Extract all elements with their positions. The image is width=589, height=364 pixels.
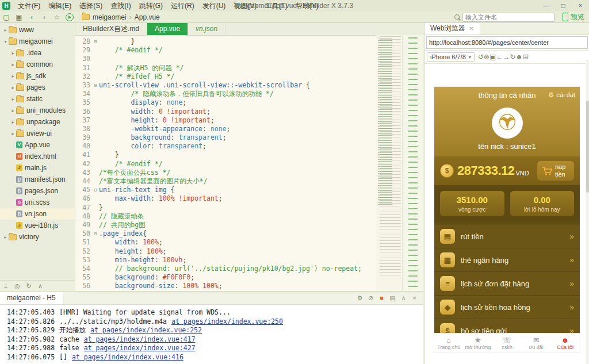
code-line[interactable]: 48 // 隐藏滚动条 [75,212,375,221]
line-number[interactable]: 33 [75,81,92,90]
editor-tab[interactable]: App.vue [147,22,188,35]
code-line[interactable]: 54 // background: url('../static/pujing/… [75,265,375,273]
code-line[interactable]: 56 background-size: 100% 100%; [75,282,375,290]
tree-arrow-icon[interactable] [10,108,16,113]
line-number[interactable]: 49 [75,221,92,229]
menu-item[interactable]: 文件(F) [14,1,44,11]
fold-icon[interactable] [92,133,99,142]
code-line[interactable]: 49 // 共用的bg图 [75,221,375,229]
fold-icon[interactable] [92,282,99,290]
eraser-icon[interactable] [484,53,489,61]
tree-item[interactable]: App.vue [0,139,75,151]
code-line[interactable]: 53 min-height: 100vh; [75,256,375,265]
forward-icon[interactable] [503,53,510,61]
menu-item[interactable]: 查找(I) [106,1,135,11]
line-number[interactable]: 36 [75,108,92,116]
export-icon[interactable] [387,294,398,302]
tree-item[interactable]: pages [0,82,75,93]
scrollbar-thumb[interactable] [586,101,589,193]
fold-icon[interactable] [92,125,99,133]
line-number[interactable]: 43 [75,168,92,177]
tree-arrow-icon[interactable] [10,131,16,136]
tree-arrow-icon[interactable] [10,51,16,56]
code-line[interactable]: 46 max-width: 100% !important; [75,194,375,203]
log-source-link[interactable]: at pages/index/index.vue:416 [72,353,183,361]
stat-box[interactable]: 3510.00 vòng cược [440,191,504,216]
settings-button[interactable]: ⚙ cài đặt [548,87,575,103]
maximize-icon[interactable]: □ [554,0,572,12]
line-number[interactable]: 32 [75,72,92,81]
line-number[interactable]: 53 [75,256,92,265]
gear-icon[interactable] [354,294,365,302]
avatar[interactable] [492,108,523,139]
tree-arrow-icon[interactable] [10,120,16,125]
save-icon[interactable]: ▣ [13,13,25,21]
close-icon[interactable]: × [572,0,589,12]
star-icon[interactable]: ☆ [51,13,63,21]
tree-item[interactable]: index.html [0,151,75,162]
fold-icon[interactable] [92,72,99,81]
stat-box[interactable]: 0.00 lời lỗ hôm nay [510,191,575,216]
tree-item[interactable]: common [0,59,75,70]
code-line[interactable]: 35 display: none; [75,98,375,107]
fold-icon[interactable] [92,98,99,107]
new-file-icon[interactable]: ▢ [0,13,13,21]
line-number[interactable]: 51 [75,238,92,247]
line-number[interactable]: 30 [75,55,92,63]
tree-arrow-icon[interactable] [2,39,9,44]
menu-item[interactable]: 发行(U) [198,1,230,11]
nav-item[interactable]: Trang chủ [434,334,464,352]
fold-icon[interactable] [92,229,99,238]
fold-icon[interactable] [92,273,99,282]
menu-item[interactable]: 选择(S) [75,1,106,11]
line-number[interactable]: 29 [75,46,92,55]
fold-icon[interactable] [92,212,99,221]
tree-arrow-icon[interactable] [10,97,16,102]
nav-item[interactable]: cskh [492,334,522,352]
tree-item[interactable]: js_sdk [0,70,75,82]
code-line[interactable]: 37 height: 0 !important; [75,116,375,125]
fold-icon[interactable] [92,160,99,168]
code-line[interactable]: 41 } [75,151,375,159]
stop-icon[interactable] [376,294,387,302]
fold-icon[interactable] [92,116,99,125]
tree-item[interactable]: unpackage [0,116,75,128]
fold-icon[interactable] [92,204,99,212]
line-number[interactable]: 31 [75,64,92,72]
fold-icon[interactable] [92,238,99,247]
fold-icon[interactable] [92,37,99,46]
url-input[interactable] [426,36,588,49]
code-line[interactable]: 33 uni-scroll-view .uni-scroll-view::-we… [75,81,375,90]
tree-item[interactable]: vn.json [0,208,75,220]
tree-item[interactable]: www [0,24,75,36]
log-source-link[interactable]: at pages/index/index.vue:427 [84,344,196,352]
tree-item[interactable]: uni.scss [0,197,75,208]
scrollbar[interactable] [586,60,589,364]
fold-icon[interactable] [92,168,99,177]
code-line[interactable]: 42 /* #endif */ [75,160,375,168]
code-line[interactable]: 36 width: 0 !important; [75,108,375,116]
tree-item[interactable]: victory [0,231,75,243]
run-button[interactable] [66,13,74,21]
menu-item[interactable]: 编辑(E) [44,1,75,11]
code-line[interactable]: 30 [75,55,375,63]
line-number[interactable]: 55 [75,273,92,282]
line-number[interactable]: 47 [75,204,92,212]
menu-item[interactable]: 跳转(G) [135,1,167,11]
line-number[interactable]: 56 [75,282,92,290]
screenshot-icon[interactable] [489,53,496,61]
breadcrumb-file[interactable]: App.vue [135,13,160,21]
code-line[interactable]: 43 /*每个页面公共css */ [75,168,375,177]
fold-icon[interactable] [92,64,99,72]
nav-item[interactable]: mở thưởng [464,334,493,352]
nav-item[interactable]: ưu đãi [522,334,551,352]
code-line[interactable]: 39 background: transparent; [75,133,375,142]
tree-item[interactable]: static [0,93,75,105]
line-number[interactable]: 44 [75,177,92,186]
fold-icon[interactable] [92,108,99,116]
forward-icon[interactable]: › [38,13,51,21]
line-number[interactable]: 28 [75,37,92,46]
menu-list-item[interactable]: lịch sử tiền hoa hồng [434,296,580,319]
fold-icon[interactable] [92,177,99,186]
back-icon[interactable] [496,53,503,61]
